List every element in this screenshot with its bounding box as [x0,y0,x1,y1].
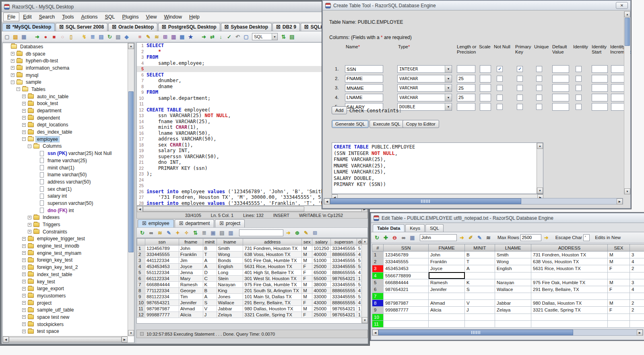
edit-row-6[interactable]: 6987654321JenniferSWallace291 Berry, Bel… [372,286,644,293]
paste-icon[interactable]: ▧ [114,33,122,41]
expand-icon[interactable]: + [22,322,26,326]
scale-input[interactable] [480,94,491,101]
menu-search[interactable]: Search [35,13,59,21]
edit-cell[interactable]: F [608,286,630,293]
export-database-icon[interactable]: ↻ [106,33,114,41]
go-icon[interactable]: ➜ [458,234,466,241]
edit-cell[interactable] [495,272,531,279]
view-record-icon[interactable]: ∞ [147,229,155,237]
edit-column-header[interactable]: FNAME [429,244,465,252]
close-tab-icon[interactable]: ☒ [112,25,116,29]
row-number[interactable]: 3 [137,258,145,264]
result-cell[interactable]: Jones [217,294,243,300]
chevron-down-icon[interactable]: ▼ [445,75,452,82]
connection-tab-postgresql-desktop[interactable]: ☒PostgreSQL Desktop [158,23,220,31]
row-number[interactable]: 2 [137,252,145,258]
expand-icon[interactable]: + [22,102,26,105]
expand-icon[interactable]: + [28,223,31,227]
tree-item-stockpickers[interactable]: +stockpickers [3,321,128,328]
result-cell[interactable]: 987987987 [145,306,179,312]
edit-row-10[interactable]: 10 [372,314,644,320]
filter-icon[interactable]: ≋ [485,234,492,241]
result-cell[interactable]: 25000 [312,306,331,312]
result-cell[interactable]: 51000 [312,258,331,264]
results-tab-employee[interactable]: ☒employee [138,219,174,227]
filter-icon[interactable]: ≋ [156,229,164,237]
edit-cell[interactable] [495,320,531,327]
column-name-input[interactable] [345,84,383,92]
result-cell[interactable]: 5631 Rice, Houston TX [243,264,302,270]
result-cell[interactable]: George [179,288,203,294]
result-cell[interactable]: F [302,312,312,318]
result-cell[interactable]: 25000 [312,312,331,318]
expand-icon[interactable]: + [28,216,31,219]
execute-lightning-icon[interactable]: ↯ [80,33,88,41]
close-tab-icon[interactable]: ☒ [162,25,166,29]
edit-cell[interactable] [630,293,644,300]
edit-column-header[interactable]: # [372,244,384,252]
identity-checkbox[interactable] [576,66,582,72]
tree-item-engine_test_innodb[interactable]: +engine_test_innodb [3,242,128,250]
edit-cell[interactable]: 3321 Castle, Spring TX [531,307,608,314]
result-cell[interactable]: 453453453 [145,264,179,270]
result-cell[interactable]: Long [217,270,243,276]
result-cell[interactable]: Narayan [217,282,243,288]
result-row-12[interactable]: 12999887777AliciaJZelaya3321 Castle, Spr… [137,312,367,318]
escape-char-input[interactable] [583,234,590,241]
edit-row-5[interactable]: 5666884444RameshKNarayan975 Fire Oak, Hu… [372,279,644,286]
edit-cell[interactable]: Alicia [429,307,465,314]
insert-icon[interactable]: ✐ [467,234,475,241]
result-cell[interactable]: Franklin [179,252,203,258]
identity-start-input[interactable] [592,65,608,73]
result-cell[interactable]: Alicia [179,312,203,318]
edit-cell-icon[interactable]: ✎ [165,229,173,237]
edit-row-8[interactable]: 8987987987AhmadVJabbar980 Dallas, Housto… [372,300,644,307]
result-cell[interactable]: 888665555 [331,252,357,258]
open-file-icon[interactable]: ▨ [12,33,19,41]
row-header[interactable]: 1 [372,252,384,258]
result-cell[interactable]: 201 South St, Arlington TX [243,288,302,294]
tree-item-employee[interactable]: −employee [3,136,128,143]
edit-cell[interactable]: Zelaya [495,307,531,314]
not-null-checkbox[interactable] [497,85,503,91]
result-row-4[interactable]: 4453453453JoyceAEnglish5631 Rice, Housto… [137,264,367,270]
edit-cell[interactable]: Smith [495,252,531,258]
scale-input[interactable] [480,84,491,92]
edit-cell[interactable]: S [465,286,495,293]
chevron-down-icon[interactable]: ▼ [272,33,277,40]
identity-checkbox[interactable] [576,104,582,110]
close-tab-icon[interactable]: ☒ [304,25,309,29]
tree-item-department[interactable]: +department [3,107,128,114]
edit-row-7[interactable]: 7 [372,293,644,300]
collapse-icon[interactable]: − [22,137,26,141]
column-type-select[interactable]: INTEGER▼ [397,65,452,73]
edit-connection-icon[interactable]: ○ [59,33,66,41]
edit-cell[interactable]: 4 [630,286,644,293]
length-precision-input[interactable] [457,103,475,111]
edit-row-1[interactable]: 1123456789JohnBSmith731 Fondren, Houston… [372,252,644,258]
length-precision-input[interactable] [457,65,475,73]
result-cell[interactable]: 666884444 [145,282,179,288]
result-cell[interactable]: 501 Fire Oak, Humble TX [243,258,302,264]
close-icon[interactable]: ✕ [616,2,628,9]
result-row-10[interactable]: 10987654321JenniferSWallace291 Berry, Be… [137,300,367,306]
not-null-checkbox[interactable] [497,95,503,101]
result-cell[interactable]: 3321 Castle, Spring TX [243,312,302,318]
chevron-down-icon[interactable]: ▼ [445,103,452,110]
edit-cell[interactable]: 666884444 [384,279,429,286]
results-column-header[interactable] [137,239,145,246]
row-header[interactable]: 4 [372,272,384,279]
expand-icon[interactable]: + [22,280,26,283]
connect-icon[interactable]: ➜ [33,33,41,41]
scroll-up-icon[interactable]: ▲ [128,43,134,49]
column-name-input[interactable] [345,75,383,83]
edit-cell[interactable] [531,320,608,327]
result-cell[interactable]: A [203,294,217,300]
scroll-up-icon[interactable]: ▲ [624,11,630,17]
view-record-icon[interactable]: ∞ [400,234,407,241]
result-cell[interactable]: Joyce [179,264,203,270]
edit-cell[interactable] [429,314,465,320]
max-rows-input[interactable] [520,234,541,241]
scroll-left-icon[interactable]: ◀ [3,336,9,343]
compare-icon[interactable]: ◆ [123,33,130,41]
